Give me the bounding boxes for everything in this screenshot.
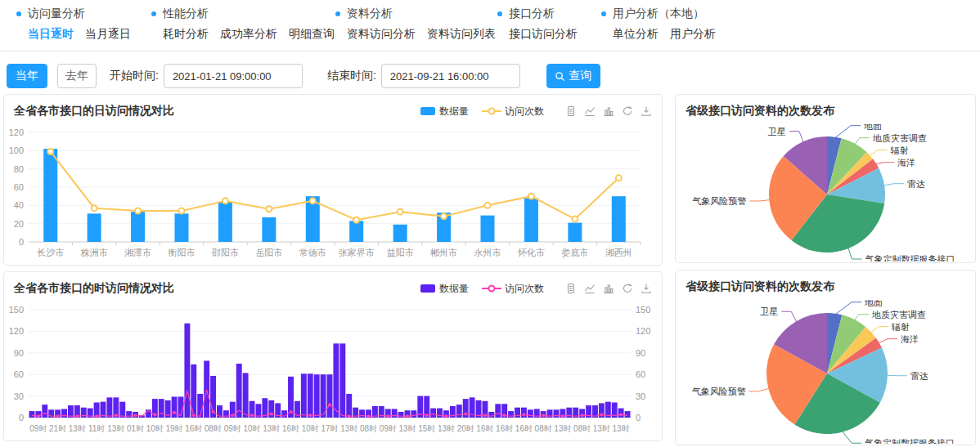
svg-text:地质灾害调查: 地质灾害调查 bbox=[871, 310, 926, 320]
svg-text:13时: 13时 bbox=[613, 424, 630, 433]
nav-item-data-access-analysis[interactable]: 资料访问分析 bbox=[347, 27, 416, 42]
svg-text:海洋: 海洋 bbox=[897, 158, 915, 168]
svg-text:19时: 19时 bbox=[166, 424, 183, 433]
data-view-icon[interactable] bbox=[565, 105, 577, 117]
nav-item-interface-access-analysis[interactable]: 接口访问分析 bbox=[509, 27, 578, 42]
svg-text:120: 120 bbox=[9, 326, 24, 336]
bullet-icon bbox=[16, 11, 21, 16]
province-access-pie-chart-2[interactable]: 地面地质灾害调查辐射海洋雷达气象定制数据服务接口卫星气象风险预警 bbox=[676, 300, 975, 444]
svg-text:120: 120 bbox=[9, 127, 24, 137]
svg-text:湘西州: 湘西州 bbox=[605, 248, 632, 257]
svg-text:长沙市: 长沙市 bbox=[36, 248, 64, 257]
svg-text:13时: 13时 bbox=[340, 424, 357, 433]
svg-text:120: 120 bbox=[636, 326, 650, 336]
svg-text:卫星: 卫星 bbox=[767, 127, 786, 136]
nav-item-detail-query[interactable]: 明细查询 bbox=[289, 27, 335, 42]
svg-text:30: 30 bbox=[14, 391, 24, 401]
filter-bar: 当年 去年 开始时间: 结束时间: 查询 bbox=[7, 64, 600, 88]
svg-text:13时: 13时 bbox=[107, 424, 124, 433]
last-year-button[interactable]: 去年 bbox=[57, 64, 97, 88]
switch-to-bar-chart-icon[interactable] bbox=[603, 105, 614, 117]
switch-to-line-chart-icon[interactable] bbox=[584, 283, 596, 294]
province-access-pie-chart-1[interactable]: 地面地质灾害调查辐射海洋雷达气象定制数据服务接口卫星气象风险预警 bbox=[676, 124, 975, 261]
svg-text:常德市: 常德市 bbox=[299, 248, 326, 257]
svg-text:气象定制数据服务接口: 气象定制数据服务接口 bbox=[865, 438, 955, 444]
svg-text:衡阳市: 衡阳市 bbox=[168, 248, 196, 257]
legend-item-visit-count[interactable]: 访问次数 bbox=[482, 282, 544, 296]
start-time-label: 开始时间: bbox=[110, 69, 159, 83]
hourly-bar-line-chart[interactable]: 0030306060909012012015015009时21时13时11时13… bbox=[4, 302, 659, 437]
svg-text:永州市: 永州市 bbox=[474, 248, 501, 257]
svg-text:辐射: 辐射 bbox=[890, 145, 908, 155]
nav-group-interface: 接口分析 接口访问分析 bbox=[497, 7, 578, 42]
hourly-chart-legend: 数据量 访问次数 bbox=[420, 282, 544, 296]
nav-item-today-hourly[interactable]: 当日逐时 bbox=[28, 27, 74, 42]
svg-text:16时: 16时 bbox=[476, 424, 493, 433]
data-view-icon[interactable] bbox=[565, 283, 577, 294]
bullet-icon bbox=[151, 11, 156, 16]
nav-item-unit-analysis[interactable]: 单位分析 bbox=[613, 27, 659, 42]
nav-group-title-text: 访问量分析 bbox=[28, 7, 85, 21]
svg-text:10时: 10时 bbox=[302, 424, 319, 433]
legend-item-data-volume[interactable]: 数据量 bbox=[420, 105, 469, 118]
svg-text:60: 60 bbox=[636, 369, 645, 379]
svg-text:卫星: 卫星 bbox=[759, 306, 778, 316]
switch-to-line-chart-icon[interactable] bbox=[584, 105, 596, 117]
daily-chart-legend: 数据量 访问次数 bbox=[420, 105, 544, 118]
save-as-image-icon[interactable] bbox=[641, 105, 652, 117]
svg-text:娄底市: 娄底市 bbox=[561, 248, 588, 257]
svg-text:20: 20 bbox=[14, 219, 24, 229]
nav-item-success-rate[interactable]: 成功率分析 bbox=[220, 27, 277, 42]
svg-text:地质灾害调查: 地质灾害调查 bbox=[872, 133, 927, 143]
svg-text:湘潭市: 湘潭市 bbox=[124, 248, 151, 257]
svg-text:雷达: 雷达 bbox=[907, 179, 925, 189]
bar-swatch-icon bbox=[420, 106, 436, 116]
bullet-icon bbox=[497, 11, 502, 16]
daily-bar-line-chart[interactable]: 020406080100120长沙市株洲市湘潭市衡阳市邵阳市岳阳市常德市张家界市… bbox=[4, 124, 659, 261]
hourly-access-chart-panel: 全省各市接口的时访问情况对比 数据量 访问次数 0030306060909012… bbox=[3, 271, 663, 441]
nav-group-users: 用户分析（本地） 单位分析 用户分析 bbox=[601, 7, 716, 42]
restore-icon[interactable] bbox=[622, 283, 633, 294]
chart-toolbox bbox=[565, 105, 652, 117]
svg-text:气象风险预警: 气象风险预警 bbox=[692, 387, 746, 396]
line-swatch-icon bbox=[482, 106, 501, 116]
nav-item-user-analysis[interactable]: 用户分析 bbox=[670, 27, 716, 42]
search-button[interactable]: 查询 bbox=[546, 64, 600, 88]
svg-text:郴州市: 郴州市 bbox=[430, 248, 457, 257]
switch-to-bar-chart-icon[interactable] bbox=[603, 283, 614, 294]
legend-item-data-volume[interactable]: 数据量 bbox=[420, 282, 469, 296]
legend-label: 数据量 bbox=[439, 105, 469, 118]
nav-item-data-access-list[interactable]: 资料访问列表 bbox=[427, 27, 496, 42]
divider bbox=[0, 51, 980, 51]
search-button-label: 查询 bbox=[569, 69, 591, 83]
nav-group-title-text: 接口分析 bbox=[509, 7, 555, 21]
svg-text:60: 60 bbox=[14, 369, 24, 379]
save-as-image-icon[interactable] bbox=[641, 283, 652, 294]
legend-item-visit-count[interactable]: 访问次数 bbox=[482, 105, 544, 118]
end-time-input[interactable] bbox=[381, 64, 520, 88]
svg-text:16时: 16时 bbox=[185, 424, 202, 433]
svg-text:海洋: 海洋 bbox=[901, 334, 919, 344]
province-pie-panel-1: 省级接口访问资料的次数发布 地面地质灾害调查辐射海洋雷达气象定制数据服务接口卫星… bbox=[675, 94, 976, 263]
svg-text:0: 0 bbox=[636, 413, 641, 422]
svg-text:150: 150 bbox=[636, 305, 650, 315]
svg-text:11时: 11时 bbox=[88, 424, 105, 433]
svg-text:辐射: 辐射 bbox=[892, 322, 910, 332]
svg-text:气象风险预警: 气象风险预警 bbox=[692, 196, 746, 206]
this-year-button[interactable]: 当年 bbox=[7, 64, 47, 88]
province-pie-panel-2: 省级接口访问资料的次数发布 地面地质灾害调查辐射海洋雷达气象定制数据服务接口卫星… bbox=[675, 270, 976, 445]
search-icon bbox=[555, 71, 565, 82]
nav-group-data: 资料分析 资料访问分析 资料访问列表 bbox=[335, 7, 496, 42]
hourly-chart-title: 全省各市接口的时访问情况对比 bbox=[14, 281, 174, 296]
start-time-input[interactable] bbox=[164, 64, 303, 88]
nav-group-title: 接口分析 bbox=[497, 7, 578, 21]
svg-text:10时: 10时 bbox=[243, 424, 260, 433]
legend-label: 数据量 bbox=[439, 282, 469, 296]
svg-text:0: 0 bbox=[19, 413, 24, 422]
nav-item-month-daily[interactable]: 当月逐日 bbox=[85, 27, 131, 42]
svg-text:16时: 16时 bbox=[496, 424, 513, 433]
nav-item-time-cost[interactable]: 耗时分析 bbox=[163, 27, 209, 42]
svg-text:15时: 15时 bbox=[418, 424, 435, 433]
restore-icon[interactable] bbox=[622, 105, 633, 117]
nav-group-title: 访问量分析 bbox=[16, 7, 131, 21]
